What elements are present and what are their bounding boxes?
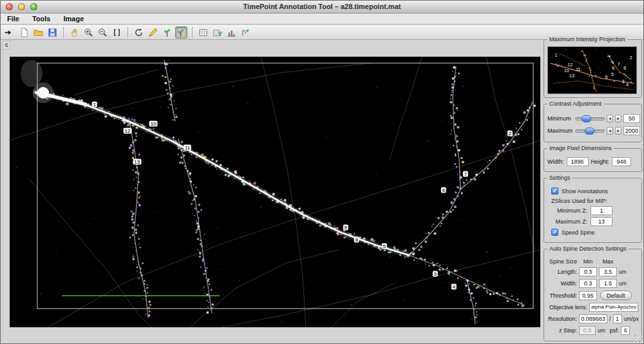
- max-z-field[interactable]: 13: [591, 217, 612, 226]
- minimum-slider[interactable]: [575, 117, 605, 120]
- spine-annotation-12[interactable]: 12: [123, 128, 131, 134]
- draw-dendrite-tool-icon[interactable]: [147, 26, 159, 39]
- min-z-field[interactable]: 1: [591, 206, 612, 215]
- spine-annotation-13[interactable]: 13: [133, 158, 141, 164]
- spine-annotation-6[interactable]: 6: [441, 187, 446, 193]
- speed-spine-checkbox[interactable]: [551, 229, 558, 236]
- toolbar-separator: [192, 27, 193, 37]
- spine-size-header: Spine Size: [547, 258, 577, 265]
- resize-grip[interactable]: [634, 334, 643, 343]
- show-annotations-row: Show Annotations: [551, 187, 638, 195]
- analysis-chart-tool-icon[interactable]: [225, 26, 238, 39]
- threshold-field[interactable]: 0.95: [579, 291, 597, 300]
- mip-annotation-13: 13: [569, 73, 574, 77]
- save-file-icon[interactable]: [46, 26, 59, 39]
- length-max-field[interactable]: 3.5: [599, 267, 617, 276]
- max-column-header: Max: [599, 258, 617, 265]
- dimensions-group: Image Pixel Dimensions Width: 1896 Heigh…: [544, 148, 642, 172]
- length-unit-label: um: [619, 269, 627, 275]
- minimum-value-field[interactable]: 50: [623, 114, 640, 123]
- menu-tools[interactable]: Tools: [32, 15, 51, 23]
- spine-annotation-7[interactable]: 7: [463, 171, 468, 177]
- spine-width-label: Width:: [547, 280, 577, 287]
- resolution-label: Resolution:: [547, 316, 577, 322]
- objective-lens-field[interactable]: alpha Plan-Apochro: [589, 303, 638, 312]
- minimum-label: Minimum: [547, 115, 573, 122]
- zslice-range-tool-icon[interactable]: [111, 26, 123, 39]
- zstep-label: z Step:: [547, 327, 577, 334]
- show-annotations-checkbox[interactable]: [551, 187, 558, 195]
- auto-spine-group-title: Auto Spine Detection Settings: [547, 245, 629, 252]
- menu-file[interactable]: File: [7, 15, 19, 23]
- auto-detect-spines-tool-icon[interactable]: [175, 26, 187, 39]
- export-results-tool-icon[interactable]: [240, 26, 252, 39]
- open-file-icon[interactable]: [32, 26, 44, 39]
- width-row: Width: 0.3 1.5 um: [547, 279, 638, 288]
- minimum-decrement-button[interactable]: [607, 115, 613, 122]
- undock-arrow-icon[interactable]: [3, 27, 13, 37]
- spine-annotation-4[interactable]: 4: [451, 284, 456, 290]
- zoom-window-button[interactable]: [30, 3, 37, 10]
- psf-label: psf:: [610, 327, 620, 334]
- width-unit-label: um: [619, 280, 627, 287]
- maximum-decrement-button[interactable]: [607, 127, 613, 135]
- resolution-scale-field[interactable]: 1: [613, 314, 622, 323]
- annotation-layer: 11210111398567234: [10, 57, 540, 327]
- minimum-increment-button[interactable]: [615, 115, 621, 122]
- control-panel: Maximum Intensity Projection 11210131127…: [544, 39, 642, 341]
- figure-number-label: 6: [3, 41, 10, 50]
- maximum-value-field[interactable]: 2000: [623, 126, 640, 135]
- annotation-table-tool-icon[interactable]: [197, 26, 209, 39]
- length-row: Length: 0.3 3.5 um: [547, 267, 638, 276]
- mip-annotation-4: 4: [626, 82, 629, 86]
- pan-tool-icon[interactable]: [68, 26, 80, 39]
- width-max-field[interactable]: 1.5: [599, 279, 617, 288]
- spine-annotation-1[interactable]: 1: [92, 101, 97, 107]
- minimum-slider-thumb[interactable]: [582, 115, 591, 122]
- spine-annotation-5[interactable]: 5: [382, 244, 387, 249]
- objective-lens-label: Objective lens:: [547, 304, 587, 311]
- psf-field[interactable]: 6: [621, 326, 630, 335]
- close-button[interactable]: [6, 3, 13, 10]
- width-value-field: 1896: [567, 157, 589, 166]
- threshold-row: Threshold: 0.95 Default: [547, 291, 638, 300]
- show-annotations-label: Show Annotations: [562, 188, 608, 195]
- height-value-field: 948: [612, 157, 631, 166]
- spine-annotation-11[interactable]: 11: [184, 145, 191, 151]
- titlebar: TimePoint Annotation Tool – a28.timepoin…: [1, 1, 643, 14]
- spine-annotation-2[interactable]: 2: [507, 130, 513, 136]
- max-z-row: Maximum Z: 13: [547, 217, 638, 226]
- zoom-out-tool-icon[interactable]: [97, 26, 109, 39]
- mip-group-title: Maximum Intensity Projection: [547, 36, 627, 43]
- new-file-icon[interactable]: [18, 26, 30, 39]
- length-min-field[interactable]: 0.3: [579, 267, 597, 276]
- spine-annotation-8[interactable]: 8: [354, 236, 359, 242]
- maximum-increment-button[interactable]: [615, 127, 621, 135]
- default-button[interactable]: Default: [600, 291, 632, 300]
- spine-table-tool-icon[interactable]: [211, 26, 223, 39]
- height-label: Height:: [591, 158, 610, 165]
- resolution-field[interactable]: 0.089683: [579, 314, 607, 323]
- minimize-button[interactable]: [18, 3, 25, 10]
- speed-spine-label: Speed Spine: [562, 229, 595, 236]
- mip-annotation-2: 2: [630, 55, 632, 59]
- settings-group: Settings Show Annotations ZSlices Used f…: [544, 178, 642, 243]
- mip-thumbnail[interactable]: 11210131127689534: [547, 46, 637, 94]
- maximum-label: Maximum: [547, 128, 573, 134]
- maximum-slider[interactable]: [575, 129, 605, 133]
- spine-annotation-9[interactable]: 9: [343, 225, 348, 231]
- rotate-view-tool-icon[interactable]: [133, 26, 145, 39]
- mip-annotation-12: 12: [567, 62, 573, 67]
- zoom-in-tool-icon[interactable]: [82, 26, 95, 39]
- image-canvas[interactable]: 11210111398567234: [10, 57, 540, 327]
- mip-annotation-5: 5: [611, 72, 614, 76]
- maximum-slider-thumb[interactable]: [585, 128, 594, 135]
- add-spine-tool-icon[interactable]: [161, 26, 173, 39]
- width-min-field[interactable]: 0.3: [579, 279, 597, 288]
- mip-group: Maximum Intensity Projection 11210131127…: [544, 39, 642, 98]
- spine-annotation-3[interactable]: 3: [433, 271, 438, 276]
- mip-annotation-8: 8: [623, 65, 626, 70]
- menu-image[interactable]: Image: [63, 15, 84, 23]
- toolbar-separator: [128, 27, 128, 37]
- spine-annotation-10[interactable]: 10: [149, 121, 158, 127]
